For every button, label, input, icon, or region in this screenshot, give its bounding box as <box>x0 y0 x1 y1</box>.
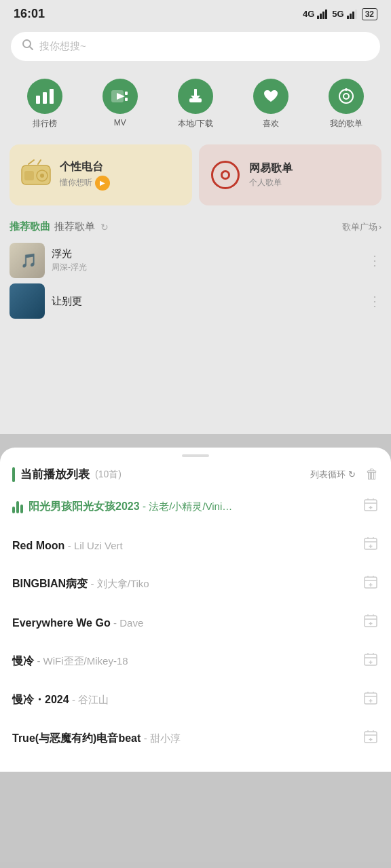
playlist-item-text-pl7: True(与恶魔有约)电音beat - 甜小淳 <box>12 732 362 746</box>
nav-download[interactable]: 本地/下载 <box>178 79 213 130</box>
svg-rect-16 <box>125 98 128 101</box>
song-info-2: 让别更 <box>52 295 361 308</box>
svg-rect-5 <box>350 14 352 19</box>
netease-icon <box>210 159 241 191</box>
playlist-item-add-pl5[interactable] <box>362 652 379 671</box>
sheet-header: 当前播放列表 (10首) 列表循环 ↻ 🗑 <box>0 457 391 488</box>
playlist-song-name-pl5: 慢冷 - WiFi歪歪/Mikey-18 <box>12 655 128 667</box>
svg-rect-19 <box>194 89 197 97</box>
nav-ranking[interactable]: 排行榜 <box>27 79 62 130</box>
playlist-song-name-pl7: True(与恶魔有约)电音beat - 甜小淳 <box>12 732 181 744</box>
playlist-song-name-pl4: Everywhere We Go - Dave <box>12 617 143 629</box>
svg-rect-4 <box>347 16 349 19</box>
svg-point-22 <box>345 88 348 91</box>
personal-radio-card[interactable]: 个性电台 懂你想听 ▶ <box>10 144 192 205</box>
playlist-item-pl2[interactable]: Red Moon - Lil Uzi Vert <box>0 526 391 565</box>
sheet-count: (10首) <box>95 469 122 481</box>
status-bar: 16:01 4G 5G 32 <box>0 0 391 25</box>
sheet-title-bar <box>12 467 15 482</box>
nav-my-playlist[interactable]: 我的歌单 <box>329 79 364 130</box>
song-more-2[interactable]: ⋮ <box>368 293 381 309</box>
playing-bars <box>12 501 23 513</box>
svg-line-28 <box>38 160 41 164</box>
playlist-item-text-pl5: 慢冷 - WiFi歪歪/Mikey-18 <box>12 654 362 669</box>
status-time: 16:01 <box>14 7 45 21</box>
playlist-item-text-pl6: 慢冷・2024 - 谷江山 <box>12 693 362 707</box>
signal-5g: 5G <box>332 9 343 19</box>
svg-point-21 <box>343 94 349 99</box>
personal-radio-sub: 懂你想听 ▶ <box>60 176 110 191</box>
nav-mv[interactable]: MV <box>103 79 138 130</box>
sheet-delete-btn[interactable]: 🗑 <box>365 467 379 482</box>
personal-radio-title: 个性电台 <box>60 160 110 174</box>
playlist-item-pl4[interactable]: Everywhere We Go - Dave <box>0 604 391 642</box>
nav-mv-label: MV <box>114 118 126 127</box>
ranking-icon <box>27 79 62 114</box>
sheet-actions: 列表循环 ↻ 🗑 <box>310 467 379 482</box>
playlist-item-add-pl7[interactable] <box>362 729 379 749</box>
svg-rect-1 <box>320 14 322 19</box>
playlist-container: 阳光男孩阳光女孩2023 - 法老/小精灵/Vini… Red Moon - L… <box>0 488 391 758</box>
tab-recommended-songs[interactable]: 推荐歌曲 <box>10 219 50 235</box>
playlist-item-text-pl2: Red Moon - Lil Uzi Vert <box>12 540 362 552</box>
svg-rect-11 <box>43 92 47 104</box>
song-more-1[interactable]: ⋮ <box>368 252 381 269</box>
playlist-item-add-pl2[interactable] <box>362 536 379 555</box>
mv-icon <box>103 79 138 114</box>
playlist-link[interactable]: 歌单广场 › <box>342 221 381 233</box>
svg-rect-0 <box>317 16 319 19</box>
svg-line-27 <box>29 160 34 164</box>
playlist-song-name-pl6: 慢冷・2024 - 谷江山 <box>12 694 109 705</box>
playlist-song-name-pl3: BINGBIAN病变 - 刘大拿/Tiko <box>12 578 149 589</box>
playlist-item-text-pl4: Everywhere We Go - Dave <box>12 617 362 629</box>
svg-rect-6 <box>352 12 354 19</box>
playlist-item-pl3[interactable]: BINGBIAN病变 - 刘大拿/Tiko <box>0 565 391 604</box>
song-item-2[interactable]: 让别更 ⋮ <box>10 283 381 319</box>
playlist-item-text-pl3: BINGBIAN病变 - 刘大拿/Tiko <box>12 577 362 591</box>
search-icon <box>22 39 34 54</box>
playlist-item-add-pl4[interactable] <box>362 613 379 633</box>
nav-ranking-label: 排行榜 <box>33 118 57 130</box>
svg-text:🎵: 🎵 <box>20 252 37 269</box>
status-icons: 4G 5G 32 <box>303 8 377 20</box>
cards-row: 个性电台 懂你想听 ▶ 网易歌单 个人歌单 <box>10 144 381 205</box>
playlist-item-add-pl3[interactable] <box>362 574 379 594</box>
svg-line-9 <box>30 47 33 50</box>
nav-my-playlist-label: 我的歌单 <box>330 118 362 130</box>
playlist-item-pl5[interactable]: 慢冷 - WiFi歪歪/Mikey-18 <box>0 642 391 681</box>
playlist-item-pl7[interactable]: True(与恶魔有约)电音beat - 甜小淳 <box>0 719 391 758</box>
svg-rect-3 <box>325 9 327 19</box>
song-artist-1: 周深-浮光 <box>52 262 361 273</box>
playlist-item-pl1[interactable]: 阳光男孩阳光女孩2023 - 法老/小精灵/Vini… <box>0 488 391 526</box>
song-item-1[interactable]: 🎵 浮光 周深-浮光 ⋮ <box>10 243 381 278</box>
signal-4g: 4G <box>303 9 314 19</box>
netease-playlist-card[interactable]: 网易歌单 个人歌单 <box>199 144 381 205</box>
song-thumb-1: 🎵 <box>10 243 45 278</box>
battery-indicator: 32 <box>362 8 377 20</box>
song-title-2: 让别更 <box>52 295 361 308</box>
favorites-icon <box>253 79 288 114</box>
song-title-1: 浮光 <box>52 248 361 260</box>
netease-title: 网易歌单 <box>249 161 293 176</box>
bottom-sheet: 当前播放列表 (10首) 列表循环 ↻ 🗑 阳光男孩阳光女孩2023 - 法老/… <box>0 448 391 772</box>
song-thumb-2 <box>10 283 45 319</box>
nav-favorites[interactable]: 喜欢 <box>253 79 288 130</box>
svg-rect-7 <box>355 9 357 19</box>
playlist-item-add-pl6[interactable] <box>362 690 379 710</box>
personal-radio-play-btn[interactable]: ▶ <box>95 176 110 191</box>
nav-favorites-label: 喜欢 <box>263 118 279 130</box>
tab-recommended-playlists[interactable]: 推荐歌单 <box>54 219 95 235</box>
netease-sub: 个人歌单 <box>249 177 293 189</box>
search-bar[interactable]: 搜你想搜~ <box>11 32 380 61</box>
signal-bars-5g-icon <box>347 9 359 19</box>
playlist-song-name-pl1: 阳光男孩阳光女孩2023 - 法老/小精灵/Vini… <box>29 500 232 512</box>
radio-icon <box>20 159 52 192</box>
sheet-loop-btn[interactable]: 列表循环 ↻ <box>310 469 356 481</box>
playlist-item-pl6[interactable]: 慢冷・2024 - 谷江山 <box>0 681 391 719</box>
svg-point-20 <box>339 90 353 103</box>
svg-rect-24 <box>24 171 34 180</box>
playlist-item-add-pl1[interactable] <box>362 497 379 517</box>
my-playlist-icon <box>329 79 364 114</box>
svg-rect-15 <box>125 92 128 95</box>
refresh-icon[interactable]: ↻ <box>100 222 109 233</box>
